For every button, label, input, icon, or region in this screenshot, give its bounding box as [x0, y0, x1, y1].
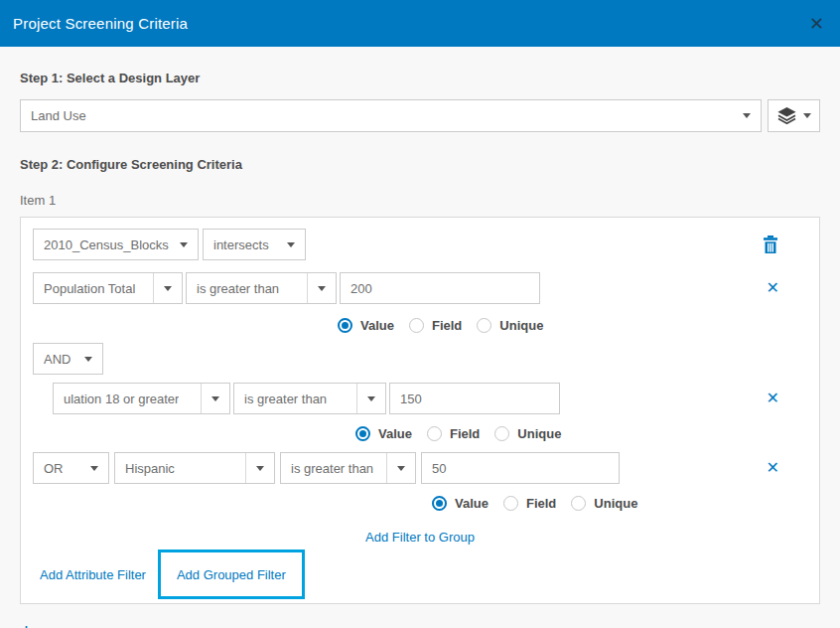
operator-value-2: is greater than [244, 392, 327, 406]
operator-value-3: is greater than [291, 461, 373, 476]
layer-list-button[interactable] [768, 99, 820, 132]
dropdown-caret-section [386, 453, 405, 483]
project-screening-dialog: Project Screening Criteria ✕ Step 1: Sel… [0, 0, 840, 628]
chevron-down-icon [803, 113, 811, 118]
dialog-title: Project Screening Criteria [13, 15, 188, 32]
radio-field-1[interactable] [409, 318, 424, 333]
filter-value-input-3[interactable] [421, 452, 620, 484]
field-dropdown-2[interactable]: ulation 18 or greater [53, 383, 230, 414]
trash-icon [762, 235, 779, 254]
radio-field-label: Field [432, 318, 462, 333]
spatial-filter-row: 2010_Census_Blocks intersects [33, 229, 807, 260]
filter-value-input-1[interactable] [340, 272, 540, 304]
attribute-filter-row-1: Population Total is greater than ✕ [33, 272, 807, 304]
screening-layer-dropdown[interactable]: 2010_Census_Blocks [33, 229, 199, 260]
dropdown-caret-section [201, 384, 219, 413]
radio-unique-3[interactable] [571, 496, 586, 511]
radio-unique-label: Unique [517, 426, 561, 441]
add-filter-to-group-link[interactable]: Add Filter to Group [365, 530, 475, 545]
radio-value-2[interactable] [355, 426, 370, 441]
radio-field-3[interactable] [503, 496, 518, 511]
radio-field-label: Field [450, 426, 480, 441]
chevron-down-icon [164, 286, 172, 291]
field-dropdown-3[interactable]: Hispanic [114, 452, 275, 484]
dropdown-caret-section [307, 273, 326, 303]
chevron-down-icon [287, 242, 295, 247]
operator-dropdown-3[interactable]: is greater than [280, 452, 416, 484]
design-layer-row: Land Use [20, 99, 820, 132]
radio-value-label: Value [378, 426, 412, 441]
screening-layer-value: 2010_Census_Blocks [44, 237, 169, 252]
group-logic-dropdown[interactable]: AND [33, 343, 103, 375]
radio-unique-1[interactable] [477, 318, 491, 333]
close-icon[interactable]: ✕ [809, 15, 824, 33]
remove-filter-icon-3[interactable]: ✕ [767, 460, 807, 476]
dropdown-caret-section [356, 384, 375, 413]
attribute-filter-row-2: ulation 18 or greater is greater than ✕ [53, 383, 807, 414]
dialog-body: Step 1: Select a Design Layer Land Use S… [0, 71, 840, 628]
radio-unique-label: Unique [594, 496, 637, 511]
chevron-down-icon [367, 396, 375, 401]
filter-links-row: Add Attribute Filter Add Grouped Filter [33, 550, 807, 599]
layers-icon [777, 107, 796, 124]
add-attribute-filter-link[interactable]: Add Attribute Filter [40, 567, 146, 582]
dropdown-caret-section [153, 273, 172, 303]
logic-value-3: OR [44, 461, 64, 476]
item-label: Item 1 [20, 193, 820, 208]
field-value-2: ulation 18 or greater [64, 392, 179, 406]
radio-unique-label: Unique [499, 318, 543, 333]
spatial-relation-dropdown[interactable]: intersects [203, 229, 306, 260]
chevron-down-icon [318, 286, 326, 291]
design-layer-select[interactable]: Land Use [20, 99, 762, 132]
item-box: 2010_Census_Blocks intersects [20, 217, 820, 604]
value-type-radios-1: Value Field Unique [338, 316, 807, 334]
chevron-down-icon [211, 396, 219, 401]
remove-filter-icon-1[interactable]: ✕ [767, 280, 807, 296]
add-item-label: Add Item [42, 625, 93, 628]
group-logic-row: AND [33, 343, 807, 375]
group-logic-value: AND [44, 352, 70, 367]
dropdown-caret-section [245, 453, 264, 483]
dialog-header: Project Screening Criteria ✕ [0, 0, 840, 47]
field-value-3: Hispanic [125, 461, 175, 476]
field-value-1: Population Total [44, 281, 135, 296]
add-grouped-filter-link[interactable]: Add Grouped Filter [177, 567, 286, 582]
chevron-down-icon [743, 113, 751, 118]
filter-value-input-2[interactable] [389, 383, 560, 414]
chevron-down-icon [84, 357, 92, 362]
value-type-radios-2: Value Field Unique [355, 424, 807, 442]
attribute-filter-row-3: OR Hispanic is greater than ✕ [33, 452, 807, 484]
operator-dropdown-2[interactable]: is greater than [233, 383, 386, 414]
add-filter-to-group-row: Add Filter to Group [33, 528, 807, 546]
operator-value-1: is greater than [197, 281, 279, 296]
radio-value-label: Value [360, 318, 394, 333]
delete-item-button[interactable] [762, 235, 807, 254]
radio-field-label: Field [526, 496, 556, 511]
design-layer-value: Land Use [31, 108, 86, 123]
radio-value-1[interactable] [338, 318, 352, 333]
operator-dropdown-1[interactable]: is greater than [186, 272, 337, 304]
radio-value-3[interactable] [432, 496, 447, 511]
chevron-down-icon [180, 242, 188, 247]
add-item-button[interactable]: + Add Item [20, 623, 93, 628]
radio-unique-2[interactable] [494, 426, 509, 441]
field-dropdown-1[interactable]: Population Total [33, 272, 183, 304]
radio-field-2[interactable] [427, 426, 442, 441]
step2-label: Step 2: Configure Screening Criteria [20, 157, 820, 172]
plus-icon: + [20, 623, 33, 628]
remove-filter-icon-2[interactable]: ✕ [767, 391, 807, 406]
tutorial-highlight-box: Add Grouped Filter [158, 550, 305, 599]
radio-value-label: Value [455, 496, 489, 511]
chevron-down-icon [397, 466, 405, 471]
logic-dropdown-3[interactable]: OR [33, 452, 109, 484]
chevron-down-icon [256, 466, 264, 471]
chevron-down-icon [90, 466, 98, 471]
step1-label: Step 1: Select a Design Layer [20, 71, 820, 85]
spatial-relation-value: intersects [213, 237, 269, 252]
value-type-radios-3: Value Field Unique [432, 494, 807, 512]
